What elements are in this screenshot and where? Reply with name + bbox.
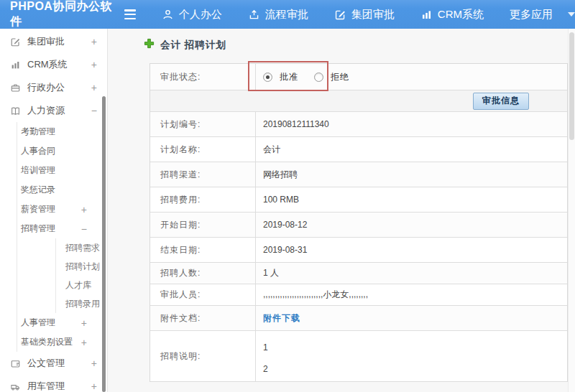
field-value: 2019-08-12 (256, 213, 567, 237)
row-approvers: 审批人员: ,,,,,,,,,,,,,,,,,,,,,,,,,小龙女,,,,,,… (150, 284, 567, 306)
page-scrollbar-thumb[interactable] (569, 32, 574, 140)
expand-toggle[interactable]: + (81, 317, 87, 329)
nav-label: CRM系统 (438, 8, 484, 22)
sidebar-item-attendance[interactable]: 考勤管理 (17, 122, 107, 141)
nav-personal-office[interactable]: 个人办公 (162, 8, 222, 22)
sidebar-scrollbar-thumb[interactable] (102, 96, 106, 392)
nav-workflow-approval[interactable]: 流程审批 (248, 8, 308, 22)
sidebar-item-label: 招聘计划 (65, 261, 100, 273)
sidebar-item-training[interactable]: 培训管理 (17, 161, 107, 180)
expand-toggle[interactable]: + (91, 358, 97, 369)
hr-submenu: 考勤管理 人事合同 培训管理 奖惩记录 薪资管理 + 招聘管理 − 招聘需求 (17, 122, 107, 352)
field-label: 审批状态: (150, 64, 256, 90)
field-value: 1 2 (256, 331, 567, 381)
nav-label: 更多应用 (510, 8, 553, 22)
sidebar-item-label: 行政办公 (27, 81, 65, 94)
row-end-date: 结束日期: 2019-08-31 (150, 238, 567, 263)
radio-approve-label: 批准 (280, 71, 298, 83)
field-value: 100 RMB (256, 187, 567, 212)
row-recruit-channel: 招聘渠道: 网络招聘 (150, 162, 567, 187)
expand-toggle[interactable]: + (91, 82, 97, 93)
field-label: 附件文档: (150, 306, 256, 330)
sidebar-item-base-category[interactable]: 基础类别设置 + (17, 332, 107, 352)
field-value: 附件下载 (256, 306, 567, 330)
sidebar-item-label: 招聘需求 (65, 242, 100, 254)
hamburger-menu-icon[interactable] (124, 9, 136, 19)
field-label: 招聘渠道: (150, 162, 256, 187)
page-scrollbar[interactable] (568, 29, 575, 392)
page-header: 会计 招聘计划 (144, 38, 226, 52)
add-plus-icon (144, 38, 155, 52)
sidebar-item-label: 集团审批 (27, 35, 65, 48)
row-recruit-cost: 招聘费用: 100 RMB (150, 187, 567, 213)
expand-toggle[interactable]: + (81, 204, 87, 215)
row-toolbar: 审批信息 (150, 90, 567, 112)
sidebar-item-label: 人力资源 (27, 104, 65, 117)
row-recruit-description: 招聘说明: 1 2 (150, 331, 567, 382)
radio-approve[interactable] (263, 73, 272, 82)
sidebar-item-personnel[interactable]: 人事管理 + (17, 313, 107, 332)
sidebar-item-recruit-demand[interactable]: 招聘需求 (56, 238, 107, 257)
sidebar-item-label: 招聘录用 (65, 298, 100, 310)
sidebar-item-label: 考勤管理 (21, 126, 55, 138)
row-start-date: 开始日期: 2019-08-12 (150, 213, 567, 238)
expand-toggle[interactable]: + (91, 381, 97, 392)
edit-icon (334, 9, 346, 21)
nav-label: 集团审批 (351, 8, 395, 22)
expand-toggle[interactable]: + (81, 337, 87, 348)
description-line: 2 (263, 364, 268, 374)
app-window: PHPOA协同办公软件 个人办公 流程审批 集团审批 CRM系统 更多应用 集团… (0, 0, 575, 392)
recruitment-submenu: 招聘需求 招聘计划 人才库 招聘录用 (55, 238, 107, 313)
sidebar-item-recruit-plan[interactable]: 招聘计划 (56, 257, 107, 276)
field-label: 计划编号: (150, 112, 256, 136)
sidebar-item-label: 公文管理 (27, 357, 65, 370)
radio-reject[interactable] (314, 73, 323, 82)
row-headcount: 招聘人数: 1 人 (150, 263, 567, 284)
sidebar-item-human-resources[interactable]: 人力资源 − (0, 99, 107, 122)
recruit-plan-detail-table: 审批状态: 批准 拒绝 审批信息 计划编号: 20190812111340 (150, 63, 568, 382)
sidebar-item-admin-office[interactable]: 行政办公 + (0, 76, 107, 99)
field-value: 2019-08-31 (256, 238, 567, 262)
nav-crm-system[interactable]: CRM系统 (420, 8, 484, 22)
field-value: 批准 拒绝 (256, 64, 567, 90)
field-value: 20190812111340 (256, 112, 567, 136)
sidebar-item-label: 薪资管理 (21, 203, 55, 215)
sidebar-item-salary[interactable]: 薪资管理 + (17, 200, 107, 219)
field-label: 开始日期: (150, 213, 256, 237)
main-content: 会计 招聘计划 审批状态: 批准 拒绝 审批信息 (108, 29, 568, 392)
expand-toggle[interactable]: + (91, 59, 97, 70)
expand-toggle[interactable]: + (91, 36, 97, 47)
sidebar-item-label: 奖惩记录 (21, 184, 55, 196)
nav-more-apps[interactable]: 更多应用 (510, 8, 575, 22)
collapse-toggle[interactable]: − (91, 105, 97, 116)
row-plan-name: 计划名称: 会计 (150, 137, 567, 162)
app-logo: PHPOA协同办公软件 (10, 0, 117, 29)
field-label: 招聘说明: (150, 331, 256, 381)
sidebar-item-label: 培训管理 (21, 164, 55, 177)
sidebar-item-talent-pool[interactable]: 人才库 (56, 276, 107, 294)
field-label: 审批人员: (150, 284, 256, 305)
collapse-toggle[interactable]: − (81, 223, 87, 235)
sidebar-item-documents[interactable]: 公文管理 + (0, 352, 107, 375)
sidebar-item-vehicle[interactable]: 用车管理 + (0, 375, 107, 392)
approval-info-button[interactable]: 审批信息 (473, 93, 529, 110)
edit-icon (10, 36, 22, 47)
sidebar-item-hr-contract[interactable]: 人事合同 (17, 141, 107, 161)
attachment-download-link[interactable]: 附件下载 (263, 312, 300, 325)
approval-radio-group: 批准 拒绝 (263, 71, 358, 83)
field-label: 招聘人数: (150, 263, 256, 284)
sidebar-item-crm[interactable]: CRM系统 + (0, 53, 107, 76)
nav-group-approval[interactable]: 集团审批 (334, 8, 395, 22)
description-line: 1 (263, 342, 268, 353)
topbar: PHPOA协同办公软件 个人办公 流程审批 集团审批 CRM系统 更多应用 (0, 0, 575, 29)
sidebar-item-reward-punishment[interactable]: 奖惩记录 (17, 180, 107, 200)
sidebar-item-recruit-hire[interactable]: 招聘录用 (56, 294, 107, 313)
sidebar-item-label: 用车管理 (27, 380, 65, 392)
sidebar-item-label: 人事合同 (21, 145, 55, 157)
sidebar-item-recruitment[interactable]: 招聘管理 − (17, 219, 107, 238)
book-icon (10, 105, 22, 116)
bar-chart-icon (10, 59, 22, 70)
page-title: 会计 招聘计划 (160, 39, 226, 52)
sidebar-item-group-approval[interactable]: 集团审批 + (0, 30, 107, 53)
field-label: 招聘费用: (150, 187, 256, 212)
